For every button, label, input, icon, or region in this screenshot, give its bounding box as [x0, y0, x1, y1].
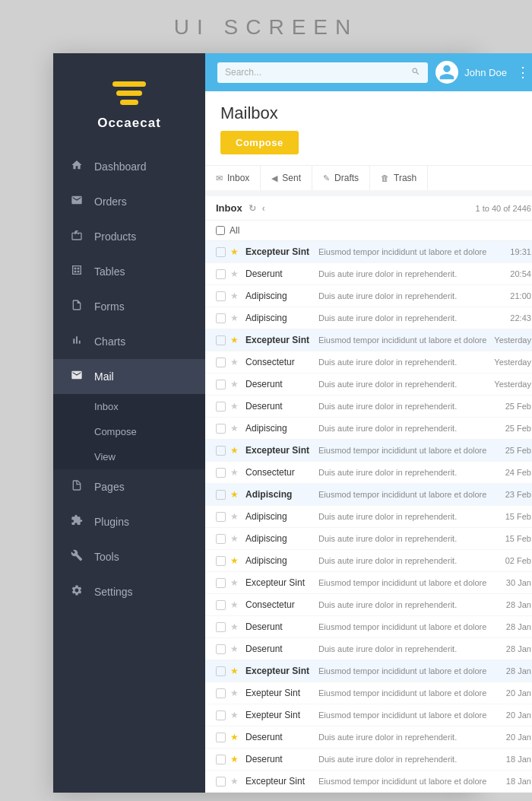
compose-button[interactable]: Compose	[220, 131, 299, 154]
all-label[interactable]: All	[216, 225, 531, 236]
email-row[interactable]: ★DeseruntEiusmod tempor incididunt ut la…	[205, 616, 532, 638]
email-star[interactable]: ★	[230, 269, 241, 279]
tab-trash[interactable]: 🗑 Trash	[370, 166, 428, 190]
email-checkbox[interactable]	[216, 291, 226, 301]
email-star[interactable]: ★	[230, 776, 241, 787]
email-checkbox[interactable]	[216, 490, 226, 500]
mail-submenu-compose[interactable]: Compose	[53, 419, 205, 444]
email-checkbox[interactable]	[216, 335, 226, 345]
email-checkbox[interactable]	[216, 578, 226, 588]
email-checkbox[interactable]	[216, 644, 226, 654]
sidebar-item-plugins[interactable]: Plugins	[53, 504, 205, 539]
email-row[interactable]: ★AdipiscingDuis aute irure dolor in repr…	[205, 285, 532, 307]
more-icon[interactable]: ‹	[262, 203, 265, 214]
email-row[interactable]: ★Excepteur SintEiusmod tempor incididunt…	[205, 440, 532, 462]
email-row[interactable]: ★AdipiscingDuis aute irure dolor in repr…	[205, 550, 532, 572]
email-row[interactable]: ★ConsecteturDuis aute irure dolor in rep…	[205, 462, 532, 484]
sidebar-item-tables[interactable]: Tables	[53, 254, 205, 289]
sidebar-item-dashboard[interactable]: Dashboard	[53, 149, 205, 184]
email-checkbox[interactable]	[216, 755, 226, 764]
email-checkbox[interactable]	[216, 733, 226, 742]
sidebar-item-mail[interactable]: Mail	[53, 359, 205, 394]
email-checkbox[interactable]	[216, 358, 226, 367]
email-checkbox[interactable]	[216, 269, 226, 279]
email-star[interactable]: ★	[230, 357, 241, 367]
email-star[interactable]: ★	[230, 666, 241, 676]
email-checkbox[interactable]	[216, 666, 226, 676]
sidebar-item-orders[interactable]: Orders	[53, 184, 205, 219]
email-star[interactable]: ★	[230, 401, 241, 412]
email-star[interactable]: ★	[230, 489, 241, 500]
email-checkbox[interactable]	[216, 468, 226, 478]
email-star[interactable]: ★	[230, 313, 241, 323]
email-checkbox[interactable]	[216, 380, 226, 389]
email-row[interactable]: ★Exepteur SintEiusmod tempor incididunt …	[205, 704, 532, 726]
email-row[interactable]: ★Excepteur SintEiusmod tempor incididunt…	[205, 771, 532, 793]
sidebar-item-pages[interactable]: Pages	[53, 469, 205, 504]
email-star[interactable]: ★	[230, 379, 241, 389]
sidebar-item-charts[interactable]: Charts	[53, 324, 205, 359]
email-star[interactable]: ★	[230, 246, 241, 257]
email-checkbox[interactable]	[216, 710, 226, 720]
email-star[interactable]: ★	[230, 423, 241, 434]
email-star[interactable]: ★	[230, 688, 241, 698]
email-star[interactable]: ★	[230, 533, 241, 544]
email-star[interactable]: ★	[230, 644, 241, 654]
tab-inbox[interactable]: ✉ Inbox	[205, 166, 261, 190]
email-row[interactable]: ★Excepteur SintEiusmod tempor incididunt…	[205, 329, 532, 351]
email-row[interactable]: ★Exepteur SintEiusmod tempor incididunt …	[205, 682, 532, 704]
email-checkbox[interactable]	[216, 777, 226, 787]
search-box[interactable]: Search...	[217, 62, 428, 83]
email-row[interactable]: ★ConsecteturDuis aute irure dolor in rep…	[205, 351, 532, 373]
email-star[interactable]: ★	[230, 710, 241, 720]
email-star[interactable]: ★	[230, 621, 241, 632]
email-row[interactable]: ★AdipiscingDuis aute irure dolor in repr…	[205, 418, 532, 440]
sidebar-item-products[interactable]: Products	[53, 219, 205, 254]
email-row[interactable]: ★DeseruntDuis aute irure dolor in repreh…	[205, 373, 532, 396]
email-star[interactable]: ★	[230, 732, 241, 742]
refresh-icon[interactable]: ↻	[249, 203, 256, 214]
email-row[interactable]: ★Excepteur SintEiusmod tempor incididunt…	[205, 572, 532, 594]
sidebar-item-forms[interactable]: Forms	[53, 289, 205, 324]
email-star[interactable]: ★	[230, 467, 241, 478]
email-row[interactable]: ★DeseruntDuis aute irure dolor in repreh…	[205, 726, 532, 749]
email-star[interactable]: ★	[230, 599, 241, 610]
email-checkbox[interactable]	[216, 534, 226, 544]
mail-submenu-inbox[interactable]: Inbox	[53, 394, 205, 419]
sidebar-item-settings[interactable]: Settings	[53, 574, 205, 609]
email-star[interactable]: ★	[230, 555, 241, 566]
tab-drafts[interactable]: ✎ Drafts	[312, 166, 370, 190]
email-checkbox[interactable]	[216, 313, 226, 323]
email-row[interactable]: ★DeseruntDuis aute irure dolor in repreh…	[205, 638, 532, 660]
email-row[interactable]: ★AdipiscingDuis aute irure dolor in repr…	[205, 307, 532, 329]
dots-menu[interactable]: ⋮	[516, 64, 530, 81]
email-row[interactable]: ★AdipiscingEiusmod tempor incididunt ut …	[205, 484, 532, 506]
email-checkbox[interactable]	[216, 424, 226, 434]
all-checkbox[interactable]	[216, 226, 225, 235]
tab-sent[interactable]: ◀ Sent	[261, 166, 312, 190]
email-checkbox[interactable]	[216, 402, 226, 412]
email-checkbox[interactable]	[216, 512, 226, 522]
email-checkbox[interactable]	[216, 446, 226, 456]
email-row[interactable]: ★ConsecteturDuis aute irure dolor in rep…	[205, 594, 532, 616]
email-row[interactable]: ★DeseruntDuis aute irure dolor in repreh…	[205, 396, 532, 418]
email-star[interactable]: ★	[230, 577, 241, 588]
email-star[interactable]: ★	[230, 335, 241, 345]
email-checkbox[interactable]	[216, 247, 226, 257]
sidebar-item-tools[interactable]: Tools	[53, 539, 205, 574]
email-row[interactable]: ★Excepteur SintEiusmod tempor incididunt…	[205, 660, 532, 682]
email-row[interactable]: ★AdipiscingDuis aute irure dolor in repr…	[205, 528, 532, 550]
email-row[interactable]: ★AdipiscingDuis aute irure dolor in repr…	[205, 506, 532, 528]
email-checkbox[interactable]	[216, 600, 226, 610]
email-row[interactable]: ★DeseruntDuis aute irure dolor in repreh…	[205, 263, 532, 285]
email-checkbox[interactable]	[216, 622, 226, 632]
email-row[interactable]: ★DeseruntDuis aute irure dolor in repreh…	[205, 749, 532, 771]
email-star[interactable]: ★	[230, 445, 241, 456]
email-star[interactable]: ★	[230, 291, 241, 301]
email-star[interactable]: ★	[230, 511, 241, 522]
email-checkbox[interactable]	[216, 688, 226, 698]
mail-submenu-view[interactable]: View	[53, 444, 205, 469]
email-star[interactable]: ★	[230, 754, 241, 764]
email-row[interactable]: ★Excepteur SintEiusmod tempor incididunt…	[205, 241, 532, 263]
email-checkbox[interactable]	[216, 556, 226, 566]
